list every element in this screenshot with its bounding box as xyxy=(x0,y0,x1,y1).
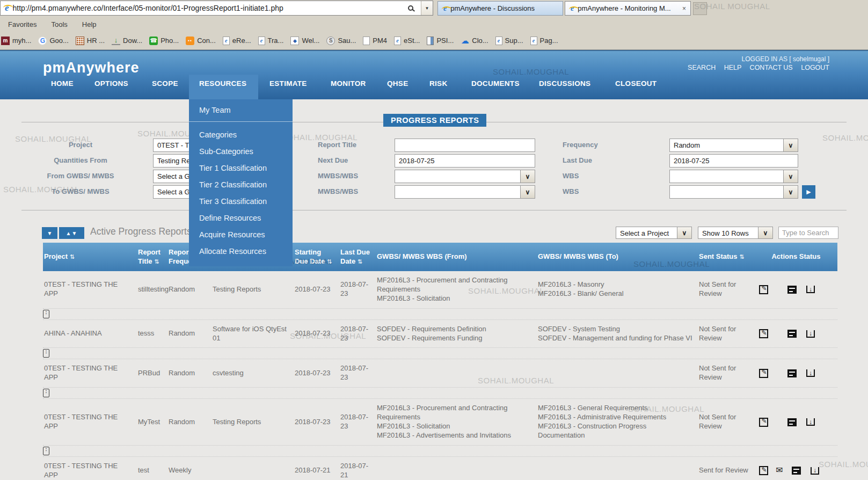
edit-icon[interactable]: ✎ xyxy=(759,466,768,475)
favorite-item[interactable]: PM4 xyxy=(363,37,387,45)
chevron-down-icon[interactable]: ∨ xyxy=(520,170,535,183)
close-tab-icon[interactable]: × xyxy=(682,5,686,12)
nav-closeout[interactable]: CLOSEOUT xyxy=(615,79,657,88)
favorite-item[interactable]: SSau... xyxy=(326,37,356,45)
favorite-item[interactable]: PSI... xyxy=(427,37,454,45)
wbs-select-2[interactable]: ∨ xyxy=(669,185,798,199)
link-help[interactable]: HELP xyxy=(724,64,741,71)
nav-qhse[interactable]: QHSE xyxy=(387,79,408,88)
app-logo[interactable]: pmAnywhere xyxy=(43,60,140,76)
menu-help[interactable]: Help xyxy=(82,20,97,28)
cell-quantities: csvtesting xyxy=(211,364,294,383)
table-project-select[interactable]: Select a Project∨ xyxy=(616,227,692,239)
download-icon[interactable]: ↓ xyxy=(811,467,819,475)
menu-item-sub-categories[interactable]: Sub-Categories xyxy=(189,143,293,160)
favorite-item[interactable]: ▪▪Con... xyxy=(186,37,216,45)
report-card-icon[interactable] xyxy=(792,467,801,475)
nav-estimate[interactable]: ESTIMATE xyxy=(269,79,307,88)
address-bar[interactable]: e http://pm4.pmanywhere.co/Interface/05-… xyxy=(0,1,433,16)
favorite-item[interactable]: ◆Wel... xyxy=(290,37,319,45)
submit-filter-button[interactable]: ▶ xyxy=(802,185,815,199)
next-due-input[interactable]: 2018-07-25 xyxy=(395,154,535,168)
menu-favorites[interactable]: Favorites xyxy=(8,20,37,28)
address-dropdown-button[interactable]: ▼ xyxy=(421,1,433,15)
nav-resources[interactable]: RESOURCES xyxy=(199,79,246,88)
wbs-select-1[interactable]: ∨ xyxy=(669,170,798,183)
nav-documents[interactable]: DOCUMENTS xyxy=(471,79,520,88)
mwbs-wbs-select-2[interactable]: ∨ xyxy=(395,185,535,199)
envelope-icon[interactable]: ✉ xyxy=(775,467,784,475)
download-icon[interactable]: ↓ xyxy=(806,286,815,293)
favorite-item[interactable]: ePag... xyxy=(530,37,558,45)
favorite-item[interactable]: eSup... xyxy=(495,37,523,45)
row-insert-icon[interactable]: : xyxy=(43,447,49,455)
report-card-icon[interactable] xyxy=(787,330,797,338)
favorite-item[interactable]: ☎Pho... xyxy=(149,37,179,45)
nav-risk[interactable]: RISK xyxy=(429,79,447,88)
last-due-input[interactable]: 2018-07-25 xyxy=(669,154,798,168)
sort-toggle-button[interactable]: ▲▼ xyxy=(59,227,84,239)
menu-item-my-team[interactable]: My Team xyxy=(189,99,293,121)
download-icon[interactable]: ↓ xyxy=(806,418,815,426)
download-icon[interactable]: ↓ xyxy=(806,369,815,377)
nav-home[interactable]: HOME xyxy=(51,79,74,88)
collapse-button[interactable]: ▼ xyxy=(42,227,57,239)
chevron-down-icon[interactable]: ∨ xyxy=(783,139,798,151)
chevron-down-icon[interactable]: ∨ xyxy=(758,227,772,238)
nav-discussions[interactable]: DISCUSSIONS xyxy=(539,79,590,88)
col-report-title[interactable]: Report Title ⇅ xyxy=(137,245,167,269)
chevron-down-icon[interactable]: ∨ xyxy=(677,227,691,238)
edit-icon[interactable]: ✎ xyxy=(759,418,768,427)
frequency-select[interactable]: Random∨ xyxy=(669,139,798,152)
menu-item-define-resources[interactable]: Define Resources xyxy=(189,210,293,227)
col-project[interactable]: Project ⇅ xyxy=(43,249,137,264)
menu-item-acquire-resources[interactable]: Acquire Resources xyxy=(189,227,293,243)
col-starting-due-date[interactable]: Starting Due Date ⇅ xyxy=(294,245,339,269)
link-search[interactable]: SEARCH xyxy=(688,64,716,71)
menu-item-allocate-resources[interactable]: Allocate Resources xyxy=(189,243,293,260)
chevron-down-icon[interactable]: ∨ xyxy=(783,186,798,198)
col-last-due-date[interactable]: Last Due Date ⇅ xyxy=(339,245,376,269)
table-rows-select[interactable]: Show 10 Rows∨ xyxy=(698,227,773,239)
row-insert-icon[interactable]: : xyxy=(43,349,49,358)
favorite-item[interactable]: ↓Dow... xyxy=(112,37,142,45)
edit-icon[interactable]: ✎ xyxy=(759,285,768,294)
link-contact-us[interactable]: CONTACT US xyxy=(750,64,793,71)
col-sent-status[interactable]: Sent Status ⇅ xyxy=(698,249,758,264)
report-card-icon[interactable] xyxy=(787,286,797,294)
download-icon[interactable]: ↓ xyxy=(806,330,815,338)
nav-monitor[interactable]: MONITOR xyxy=(331,79,366,88)
edit-icon[interactable]: ✎ xyxy=(759,329,768,338)
table-search-input[interactable] xyxy=(778,227,838,239)
edit-icon[interactable]: ✎ xyxy=(759,369,768,378)
tab-monitoring[interactable]: e pmAnywhere - Monitoring M... × xyxy=(565,1,691,16)
row-insert-icon[interactable]: : xyxy=(43,310,49,318)
favorite-item[interactable]: eeSt... xyxy=(394,37,420,45)
mwbs-wbs-select-1[interactable]: ∨ xyxy=(395,170,535,183)
report-card-icon[interactable] xyxy=(787,418,797,426)
cell-gwbs-from: SOFDEV - Requirements Definition SOFDEV … xyxy=(376,320,537,348)
chevron-down-icon[interactable]: ∨ xyxy=(783,170,798,183)
menu-item-tier3-classification[interactable]: Tier 3 Classification xyxy=(189,193,293,210)
report-card-icon[interactable] xyxy=(787,369,797,377)
url-text[interactable]: http://pm4.pmanywhere.co/Interface/05-mo… xyxy=(13,4,408,12)
report-title-input[interactable] xyxy=(395,139,535,152)
menu-item-tier2-classification[interactable]: Tier 2 Classification xyxy=(189,177,293,193)
chevron-down-icon[interactable]: ∨ xyxy=(520,186,535,198)
row-insert-icon[interactable]: : xyxy=(43,389,49,397)
tab-discussions[interactable]: e pmAnywhere - Discussions xyxy=(437,1,563,16)
menu-item-categories[interactable]: Categories xyxy=(189,127,293,143)
link-logout[interactable]: LOGOUT xyxy=(801,64,829,71)
favorite-item[interactable]: ☁Clo... xyxy=(461,37,488,45)
nav-options[interactable]: OPTIONS xyxy=(94,79,128,88)
nav-scope[interactable]: SCOPE xyxy=(152,79,178,88)
search-icon[interactable] xyxy=(408,5,413,11)
favorite-item[interactable]: GGoo... xyxy=(38,37,68,45)
favorite-item[interactable]: eTra... xyxy=(258,37,284,45)
menu-item-tier1-classification[interactable]: Tier 1 Classification xyxy=(189,160,293,177)
favorite-item[interactable]: mmyh... xyxy=(1,37,31,45)
favorite-item[interactable]: HR ... xyxy=(76,37,105,45)
favorite-item[interactable]: eeRe... xyxy=(223,37,251,45)
menu-tools[interactable]: Tools xyxy=(51,20,67,28)
new-tab-button[interactable] xyxy=(693,2,707,15)
